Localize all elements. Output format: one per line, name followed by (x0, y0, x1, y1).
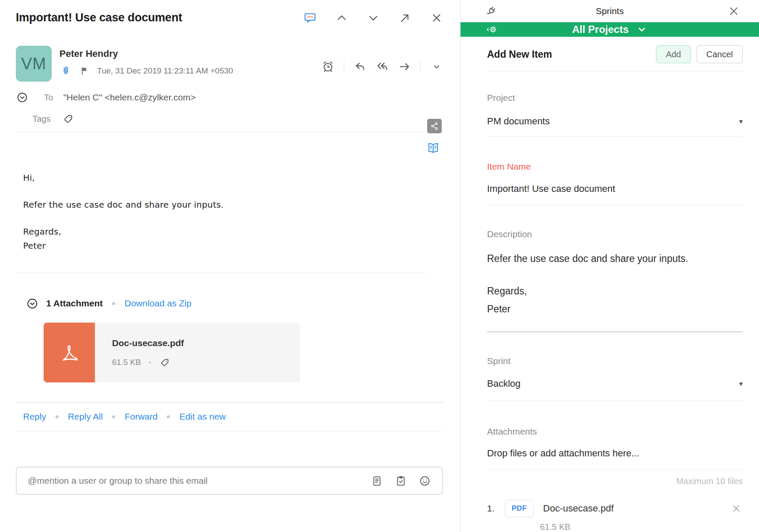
sprint-dropdown[interactable]: Backlog ▾ (487, 378, 743, 389)
max-files-hint: Maximum 10 files (487, 476, 743, 486)
mail-reading-pane: Important! Use case document (0, 0, 460, 532)
reading-mode-row (16, 142, 440, 155)
item-name-field-label: Item Name (487, 162, 743, 172)
item-name-input[interactable]: Important! Use case document (487, 183, 743, 194)
snooze-alarm-icon[interactable] (322, 60, 334, 73)
sender-block: VM Peter Hendry Tue, 31 Dec 2019 11:23:1… (16, 46, 443, 82)
separator-dot (167, 415, 170, 418)
attachment-meta: 61.5 KB (112, 356, 184, 369)
attachments-field-label: Attachments (487, 426, 743, 437)
sender-meta-row: Tue, 31 Dec 2019 11:23:11 AM +0530 (59, 65, 322, 77)
toolbar-divider (420, 61, 421, 73)
next-email-icon[interactable] (367, 12, 380, 24)
description-field-label: Description (487, 229, 743, 239)
recipient-row: To "Helen C" <helen.c@zylker.com> (16, 91, 443, 104)
flag-icon[interactable] (78, 65, 91, 77)
attached-file-name: Doc-usecase.pdf (543, 503, 614, 514)
mention-input[interactable] (28, 476, 370, 486)
reply-all-link[interactable]: Reply All (68, 411, 103, 422)
sender-info: Peter Hendry Tue, 31 Dec 2019 11:23:11 A… (59, 46, 322, 82)
collapse-details-icon[interactable] (16, 91, 29, 104)
sprint-value: Backlog (487, 378, 520, 389)
emoji-smiley-icon[interactable] (418, 474, 431, 487)
edit-as-new-link[interactable]: Edit as new (179, 411, 226, 422)
description-input[interactable]: Refer the use case doc and share your in… (487, 250, 692, 267)
download-as-zip-link[interactable]: Download as Zip (124, 298, 191, 309)
all-projects-dropdown[interactable]: All Projects (461, 24, 759, 35)
reading-mode-book-icon[interactable] (427, 142, 440, 155)
separator-dot (112, 302, 115, 305)
email-date: Tue, 31 Dec 2019 11:23:11 AM +0530 (97, 66, 233, 76)
signature-line: Peter (487, 300, 743, 318)
attachments-dropzone[interactable]: Drop files or add attachments here... (487, 448, 743, 459)
actions-divider (16, 402, 443, 403)
add-button[interactable]: Add (656, 45, 691, 63)
footer-divider (16, 431, 443, 432)
sender-name[interactable]: Peter Hendry (59, 48, 322, 59)
toolbar-divider (344, 61, 344, 73)
body-line: Hi, (23, 171, 443, 185)
mention-share-bar (16, 467, 443, 495)
close-email-icon[interactable] (430, 12, 443, 24)
signature-line: Regards, (487, 282, 743, 300)
reply-all-icon[interactable] (376, 60, 389, 73)
sender-avatar[interactable]: VM (16, 46, 52, 82)
attached-file-size: 61.5 KB (540, 522, 743, 532)
body-divider (16, 273, 427, 273)
to-label: To (44, 93, 53, 103)
plugin-icon[interactable] (485, 5, 498, 18)
app-window: Important! Use case document (0, 0, 759, 532)
project-dropdown[interactable]: PM documents ▾ (487, 116, 743, 127)
attachments-header: 1 Attachment Download as Zip (26, 297, 443, 310)
attachment-info: Doc-usecase.pdf 61.5 KB (95, 323, 184, 382)
more-actions-chevron-icon[interactable] (430, 60, 443, 73)
project-field-label: Project (487, 93, 743, 103)
attachment-card[interactable]: Doc-usecase.pdf 61.5 KB (44, 323, 300, 382)
form-heading-row: Add New Item Add Cancel (487, 45, 743, 63)
notes-icon[interactable] (370, 474, 383, 487)
collapse-attachments-icon[interactable] (26, 297, 38, 310)
tags-label: Tags (32, 114, 50, 124)
tag-icon[interactable] (62, 112, 74, 125)
form-divider (487, 71, 743, 71)
mail-header-toolbar (304, 12, 443, 24)
attachment-filename: Doc-usecase.pdf (112, 338, 184, 348)
comments-icon[interactable] (304, 12, 316, 24)
pdf-type-badge: PDF (505, 500, 534, 517)
reply-link[interactable]: Reply (23, 411, 46, 422)
task-checkbox-icon[interactable] (394, 474, 407, 487)
previous-email-icon[interactable] (335, 12, 348, 24)
add-item-form: Add New Item Add Cancel Project PM docum… (461, 37, 759, 532)
forward-icon[interactable] (398, 60, 411, 73)
message-toolbar (322, 52, 443, 82)
cancel-button[interactable]: Cancel (697, 45, 743, 63)
email-subject: Important! Use case document (16, 11, 182, 24)
close-panel-icon[interactable] (727, 5, 740, 18)
reply-actions-row: Reply Reply All Forward Edit as new (23, 411, 443, 422)
settings-back-gear-icon[interactable] (486, 23, 499, 36)
field-underline (487, 400, 743, 401)
attachment-count: 1 Attachment (46, 298, 103, 309)
separator-dot (149, 362, 151, 364)
mail-header: Important! Use case document (16, 11, 443, 24)
mention-bar-icons (370, 474, 431, 487)
recipient-address[interactable]: "Helen C" <helen.c@zylker.com> (63, 92, 195, 103)
tags-row: Tags (16, 112, 443, 125)
header-divider (16, 132, 427, 132)
body-line: Peter (23, 239, 443, 253)
forward-link[interactable]: Forward (124, 411, 157, 422)
body-line: Refer the use case doc and share your in… (23, 198, 443, 212)
description-signature: Regards, Peter (487, 282, 743, 318)
item-name-value: Important! Use case document (487, 183, 615, 194)
reply-icon[interactable] (354, 60, 366, 73)
share-icon[interactable] (427, 119, 442, 133)
dropzone-text: Drop files or add attachments here... (487, 448, 639, 459)
file-index: 1. (487, 503, 495, 514)
open-in-new-window-icon[interactable] (399, 12, 411, 24)
remove-file-icon[interactable] (730, 502, 743, 515)
sprints-header: Sprints (461, 0, 759, 22)
attachment-tag-icon[interactable] (159, 356, 171, 369)
description-underline (487, 332, 743, 332)
pdf-file-icon (44, 323, 95, 382)
separator-dot (112, 415, 115, 418)
